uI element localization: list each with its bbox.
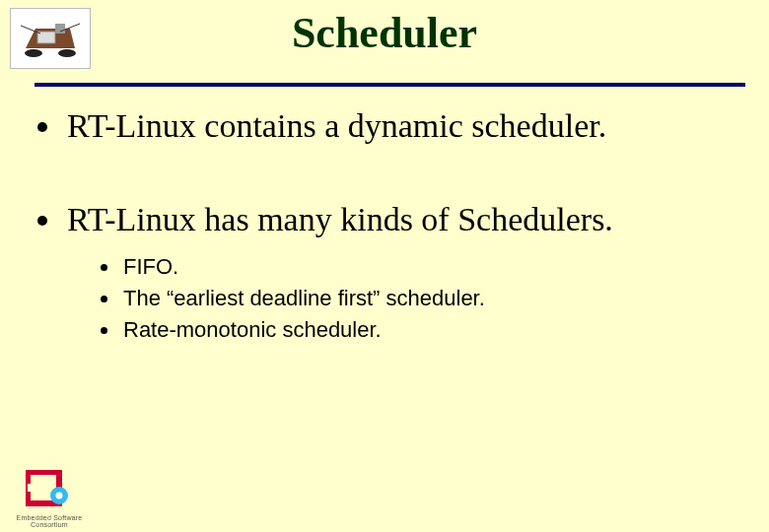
bullet-text: Rate-monotonic scheduler. [123, 317, 382, 343]
bullet-level1: RT-Linux contains a dynamic scheduler. [37, 106, 739, 145]
bullet-dot-icon [37, 216, 47, 226]
bullet-text: RT-Linux has many kinds of Schedulers. [67, 200, 613, 238]
bullet-level2: FIFO. [101, 254, 739, 280]
bullet-dot-icon [37, 122, 47, 132]
footer-logo-text: Embedded Software Consortium [2, 514, 97, 528]
bullet-dot-icon [101, 296, 107, 302]
bullet-level1: RT-Linux has many kinds of Schedulers. [37, 200, 739, 238]
bullet-level2: Rate-monotonic scheduler. [101, 317, 739, 343]
bullet-dot-icon [101, 264, 107, 271]
title-underline [35, 83, 745, 87]
slide-title: Scheduler [0, 8, 769, 58]
sub-bullet-group: FIFO. The “earliest deadline first” sche… [101, 254, 739, 343]
slide: Scheduler RT-Linux contains a dynamic sc… [0, 0, 769, 532]
bullet-level2: The “earliest deadline first” scheduler. [101, 286, 739, 311]
bullet-text: RT-Linux contains a dynamic scheduler. [67, 106, 606, 145]
slide-content: RT-Linux contains a dynamic scheduler. R… [37, 106, 739, 349]
bullet-text: The “earliest deadline first” scheduler. [123, 286, 485, 311]
bullet-dot-icon [101, 327, 107, 334]
footer-logo: Embedded Software Consortium [2, 470, 97, 528]
consortium-logo-icon [26, 470, 73, 509]
bullet-text: FIFO. [123, 254, 178, 280]
svg-point-11 [56, 493, 63, 499]
svg-rect-9 [28, 484, 45, 492]
